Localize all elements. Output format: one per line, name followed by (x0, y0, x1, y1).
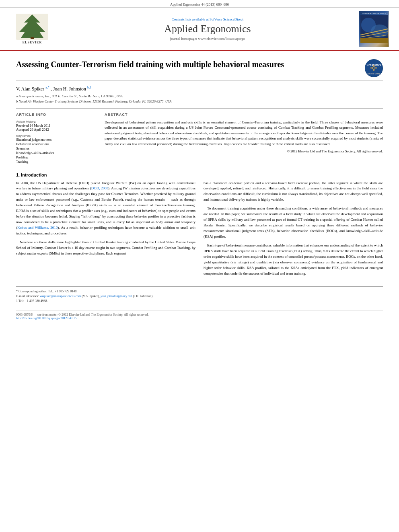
doi-link[interactable]: http://dx.doi.org/10.1016/j.apergo.2012.… (16, 316, 76, 320)
keywords-list: Situational judgment tests Behavioral ob… (16, 138, 97, 164)
abstract-label: ABSTRACT (105, 113, 383, 117)
keywords-label: Keywords: (16, 134, 97, 138)
footnote-email: E-mail addresses: vaspiker@anacapascienc… (16, 294, 383, 299)
body-col-right: has a classroom academic portion and a s… (204, 181, 383, 280)
email1-name: (V.A. Spiker), (82, 294, 100, 298)
body-right-p3: Each type of behavioral measure contribu… (204, 243, 383, 277)
svg-text:click to verify: click to verify (368, 72, 380, 75)
abstract-copyright: © 2012 Elsevier Ltd and The Ergonomics S… (105, 149, 383, 153)
abstract-text: Development of behavioral pattern recogn… (105, 120, 383, 147)
accepted-date: Accepted 26 April 2012 (16, 127, 97, 131)
elsevier-tree-icon (16, 14, 48, 40)
footnotes-section: * Corresponding author. Tel.: +1 805 729… (16, 286, 383, 304)
article-info-label: ARTICLE INFO (16, 113, 97, 117)
journal-header: ELSEVIER Contents lists available at Sci… (0, 8, 399, 51)
affiliation-b: b Naval Air Warfare Center Training Syst… (16, 99, 383, 104)
cover-image-icon (360, 15, 388, 43)
journal-citation: Applied Ergonomics 44 (2013) 680–686 (170, 2, 229, 6)
divider (16, 108, 383, 109)
keyword-3: Scenarios (16, 146, 97, 150)
keyword-6: Tracking (16, 160, 97, 164)
journal-header-right: APPLIED ERGONOMICS (359, 11, 391, 47)
keywords-section: Keywords: Situational judgment tests Beh… (16, 134, 97, 164)
intro-p1: In 2008, the US Department of Defense (D… (16, 181, 195, 236)
body-col-left: In 2008, the US Department of Defense (D… (16, 181, 195, 280)
email2-link[interactable]: joan.johnston@navy.mil (101, 294, 132, 298)
sciverse-link[interactable]: Contents lists available at SciVerse Sci… (56, 17, 359, 21)
journal-name: Applied Ergonomics (56, 23, 359, 35)
journal-top-bar: Applied Ergonomics 44 (2013) 680–686 (0, 0, 399, 8)
affiliations: a Anacapa Sciences, Inc., 301 E. Carrill… (16, 94, 383, 104)
keyword-2: Behavioral observations (16, 142, 97, 146)
doi-link-container: http://dx.doi.org/10.1016/j.apergo.2012.… (16, 316, 383, 320)
svg-rect-9 (360, 38, 388, 43)
ref-kobus-link[interactable]: Kobus and Williams, 2010 (17, 226, 58, 230)
authors-section: V. Alan Spiker a,* , Joan H. Johnston b,… (16, 86, 383, 104)
email2-name: (J.H. Johnston). (133, 294, 153, 298)
received-date: Received 14 March 2011 (16, 123, 97, 127)
journal-header-left: ELSEVIER (8, 14, 56, 44)
main-content: Assessing Counter-Terrorism field traini… (0, 51, 399, 328)
article-info-column: ARTICLE INFO Article history: Received 1… (16, 113, 97, 166)
footnote-tel2: 1 Tel.: +1 407 380 4988. (16, 299, 383, 304)
journal-header-center: Contents lists available at SciVerse Sci… (56, 17, 359, 41)
keyword-1: Situational judgment tests (16, 138, 97, 142)
abstract-column: ABSTRACT Development of behavioral patte… (105, 113, 383, 166)
footnote-corresponding: * Corresponding author. Tel.: +1 805 729… (16, 289, 383, 294)
email-label: E-mail addresses: (16, 294, 39, 298)
author-names: V. Alan Spiker a,* , Joan H. Johnston b,… (16, 86, 383, 92)
elsevier-logo: ELSEVIER (8, 14, 56, 44)
ref-dod-link[interactable]: DOD, 2008 (91, 186, 108, 190)
bottom-bar: 0003-6870/$ — see front matter © 2012 El… (16, 310, 383, 320)
intro-p2: Nowhere are these skills more highlighte… (16, 240, 195, 257)
body-section: 1. Introduction In 2008, the US Departme… (16, 173, 383, 280)
introduction-body: In 2008, the US Department of Defense (D… (16, 181, 383, 280)
keyword-4: Knowledge–skills–attitudes (16, 151, 97, 155)
intro-heading: 1. Introduction (16, 173, 383, 177)
keyword-5: Profiling (16, 155, 97, 159)
svg-point-14 (373, 67, 375, 69)
affiliation-a: a Anacapa Sciences, Inc., 301 E. Carrill… (16, 94, 383, 99)
svg-rect-2 (31, 37, 34, 39)
article-history: Article history: Received 14 March 2011 … (16, 120, 97, 131)
history-label: Article history: (16, 120, 97, 123)
issn-text: 0003-6870/$ — see front matter © 2012 El… (16, 313, 383, 316)
body-right-p1: has a classroom academic portion and a s… (204, 181, 383, 203)
body-right-p2: To document training acquisition under t… (204, 206, 383, 240)
crossmark-badge[interactable]: CrossMark click to verify (365, 59, 383, 77)
article-info-abstract-row: ARTICLE INFO Article history: Received 1… (16, 113, 383, 166)
crossmark-icon: CrossMark click to verify (365, 59, 383, 77)
journal-homepage: journal homepage: www.elsevier.com/locat… (56, 37, 359, 41)
journal-cover-image: APPLIED ERGONOMICS (359, 11, 389, 47)
email1-link[interactable]: vaspiker@anacapasciences.com (40, 294, 81, 298)
article-title: Assessing Counter-Terrorism field traini… (16, 59, 284, 70)
elsevier-brand: ELSEVIER (23, 41, 42, 44)
article-title-section: Assessing Counter-Terrorism field traini… (16, 59, 383, 81)
